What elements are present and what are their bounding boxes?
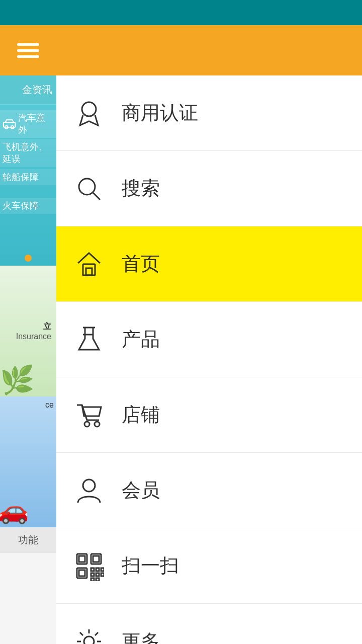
train-label: 火车保障	[3, 200, 39, 212]
store-label: 店铺	[122, 402, 160, 428]
award-icon	[71, 96, 107, 131]
sidebar-footer: 功能	[0, 527, 56, 553]
sidebar-news-label: 金资讯	[0, 75, 56, 105]
user-icon	[71, 473, 107, 508]
menu-panel: 商用认证 搜索	[56, 75, 362, 644]
gear-icon	[71, 624, 107, 644]
svg-rect-25	[96, 578, 99, 581]
menu-item-store[interactable]: 店铺	[56, 377, 362, 453]
menu-item-home[interactable]: 首页	[56, 226, 362, 302]
flask-icon	[71, 322, 107, 357]
status-bar	[0, 0, 362, 25]
car-emoji: 🚗	[0, 496, 29, 525]
sidebar-header	[0, 25, 56, 75]
plane-accident-label: 飞机意外、延误	[3, 141, 54, 165]
sidebar: 金资讯 汽车意外 飞机意外、延误	[0, 25, 56, 644]
qrcode-icon	[71, 548, 107, 584]
svg-rect-19	[91, 568, 94, 571]
car-accident-label: 汽车意外	[18, 112, 54, 136]
svg-rect-21	[91, 573, 94, 576]
svg-point-12	[83, 479, 95, 492]
products-label: 产品	[122, 327, 160, 352]
menu-item-commercial[interactable]: 商用认证	[56, 75, 362, 151]
menu-item-member[interactable]: 会员	[56, 453, 362, 528]
svg-rect-16	[93, 556, 99, 562]
home-icon	[71, 247, 107, 282]
carousel-dot	[25, 255, 32, 262]
svg-line-5	[93, 192, 100, 200]
sidebar-hamburger-icon[interactable]	[17, 43, 39, 58]
sidebar-mid-label2: Insurance	[16, 332, 51, 341]
svg-rect-22	[96, 573, 99, 576]
svg-point-11	[95, 422, 100, 427]
car-icon	[3, 118, 16, 129]
svg-rect-14	[79, 556, 85, 562]
svg-point-10	[84, 422, 89, 427]
menu-item-search[interactable]: 搜索	[56, 151, 362, 226]
svg-point-27	[84, 636, 94, 644]
svg-point-3	[82, 102, 96, 116]
sidebar-bottom-label: ce	[0, 396, 56, 410]
home-label: 首页	[122, 251, 160, 277]
svg-rect-26	[101, 573, 104, 576]
menu-item-products[interactable]: 产品	[56, 302, 362, 377]
menu-item-scan[interactable]: 扫一扫	[56, 528, 362, 604]
svg-rect-7	[86, 268, 92, 275]
sidebar-transport-banner: 汽车意外 飞机意外、延误 轮船保障 火车保障	[0, 105, 56, 266]
svg-rect-6	[83, 264, 95, 275]
sidebar-mid-banner: 🌿 立 Insurance	[0, 266, 56, 396]
member-label: 会员	[122, 477, 160, 503]
svg-rect-23	[101, 568, 104, 571]
commercial-label: 商用认证	[122, 100, 198, 126]
header-bar	[56, 25, 362, 75]
search-icon	[71, 171, 107, 206]
svg-rect-20	[96, 568, 99, 571]
more-label: 更多	[122, 629, 160, 645]
cart-icon	[71, 397, 107, 433]
sidebar-mid-label1: 立	[16, 321, 51, 332]
svg-rect-24	[91, 578, 94, 581]
sidebar-bottom-banner: ce 🚗	[0, 396, 56, 527]
search-label: 搜索	[122, 176, 160, 201]
menu-item-more[interactable]: 更多	[56, 604, 362, 644]
scan-label: 扫一扫	[122, 553, 179, 579]
ship-label: 轮船保障	[3, 171, 39, 183]
svg-rect-18	[79, 570, 85, 576]
